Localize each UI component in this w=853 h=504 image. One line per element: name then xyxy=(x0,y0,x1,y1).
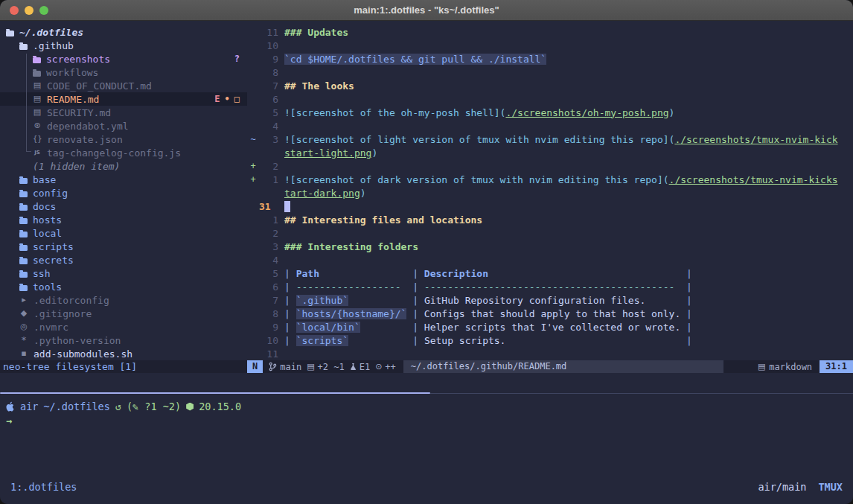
tree-item-screenshots[interactable]: screenshots? xyxy=(0,52,247,66)
tmux-status-bar: 1:.dotfiles air/main TMUX xyxy=(0,476,853,504)
tree-item-add-submodules-sh[interactable]: ▪add-submodules.sh xyxy=(0,347,247,360)
tree-item-tools[interactable]: tools xyxy=(0,280,247,293)
editor-line[interactable]: 6 xyxy=(247,92,853,106)
markdown-link[interactable]: start-light.png xyxy=(284,147,371,159)
tree-item-nvmrc[interactable]: ◎.nvmrc xyxy=(0,320,247,334)
editor-line[interactable]: 10| `scripts` | Setup scripts. | xyxy=(247,334,853,347)
tmux-window-name[interactable]: 1:.dotfiles xyxy=(10,481,77,493)
tree-item-dotfiles[interactable]: ~/.dotfiles xyxy=(0,25,247,39)
tree-item-workflows[interactable]: workflows xyxy=(0,66,247,79)
ring-icon: ◎ xyxy=(19,320,28,334)
editor-line[interactable]: 10 xyxy=(247,39,853,52)
line-text: ![screenshot of light version of tmux wi… xyxy=(278,134,838,145)
tree-item-config[interactable]: config xyxy=(0,186,247,200)
editor-line[interactable]: 4 xyxy=(247,119,853,133)
editor-line[interactable]: 4 xyxy=(247,253,853,267)
editor-line[interactable]: 2 xyxy=(247,226,853,240)
editor-line[interactable]: 7## The looks xyxy=(247,79,853,92)
tree-item-label: ssh xyxy=(33,268,50,279)
status-badge: • xyxy=(225,94,230,104)
line-number: 2 xyxy=(259,161,278,172)
text-segment: | xyxy=(284,268,296,279)
editor-line[interactable]: 31 xyxy=(247,200,853,213)
tree-item-renovate-json[interactable]: {}renovate.json xyxy=(0,133,247,146)
tree-item-docs[interactable]: docs xyxy=(0,200,247,213)
tree-item-hosts[interactable]: hosts xyxy=(0,213,247,226)
tree-item-github[interactable]: .github xyxy=(0,39,247,52)
editor-line[interactable]: 8 xyxy=(247,66,853,79)
editor-line[interactable]: 5| Path | Description | xyxy=(247,267,853,280)
tree-item-label: .nvmrc xyxy=(33,322,68,333)
tree-item-label: scripts xyxy=(33,241,74,252)
editor-line[interactable]: start-light.png) xyxy=(247,146,853,159)
markdown-link[interactable]: ./screenshots/tmux-nvim-kick xyxy=(674,134,837,145)
line-number: 6 xyxy=(259,281,278,293)
tree-item-python-version[interactable]: *.python-version xyxy=(0,334,247,347)
node-icon xyxy=(186,403,194,411)
tree-item-label: (1 hidden item) xyxy=(33,161,120,172)
titlebar: main:1:.dotfiles - "ks~/.dotfiles" xyxy=(0,0,853,21)
gutter-sign: + xyxy=(247,161,259,171)
tree-item-ssh[interactable]: ssh xyxy=(0,267,247,280)
tree-item-security-md[interactable]: ▤SECURITY.md xyxy=(0,106,247,119)
git-segment: (✎ ?1 ~2) xyxy=(127,401,181,412)
text-segment: | xyxy=(680,268,692,279)
text-segment: Setup scripts. xyxy=(424,335,680,346)
line-text: | `local/bin` | Helper scripts that I've… xyxy=(278,322,692,333)
line-number: 8 xyxy=(259,67,278,78)
tree-item-code-of-conduct-md[interactable]: ▤CODE_OF_CONDUCT.md xyxy=(0,79,247,92)
text-segment: ### Interesting folders xyxy=(284,241,418,252)
line-text: ### Interesting folders xyxy=(278,241,418,252)
text-segment: | xyxy=(406,281,424,293)
markdown-link[interactable]: ./screenshots/oh-my-posh.png xyxy=(505,107,668,118)
editor-line[interactable]: 7| `.github` | GitHub Repository configu… xyxy=(247,293,853,307)
text-segment: `.github` xyxy=(296,295,348,306)
tree-item-label: tag-changelog-config.js xyxy=(47,147,181,159)
text-segment: ## The looks xyxy=(284,80,354,92)
flask-icon xyxy=(350,363,357,371)
tree-item-label: README.md xyxy=(47,94,99,105)
editor-line[interactable]: 1## Interesting files and locations xyxy=(247,213,853,226)
text-segment: ) xyxy=(669,107,675,118)
editor-line[interactable]: 5![screenshot of the oh-my-posh shell](.… xyxy=(247,106,853,119)
tree-item-editorconfig[interactable]: ▸.editorconfig xyxy=(0,293,247,307)
tree-item-base[interactable]: base xyxy=(0,173,247,186)
editor-line[interactable]: 8| `hosts/{hostname}/` | Configs that sh… xyxy=(247,307,853,320)
tree-item-label: .github xyxy=(33,40,74,51)
editor-line[interactable]: ~3![screenshot of light version of tmux … xyxy=(247,133,853,146)
editor-pane[interactable]: 11### Updates109`cd $HOME/.dotfiles && g… xyxy=(247,21,853,360)
editor-line[interactable]: 9`cd $HOME/.dotfiles && git pull && ./in… xyxy=(247,52,853,66)
js-icon: JS xyxy=(33,146,42,159)
editor-line[interactable]: 6| ------------------ | ----------------… xyxy=(247,280,853,293)
markdown-link[interactable]: ./screenshots/tmux-nvim-kicks xyxy=(669,174,838,185)
editor-line[interactable]: +1![screenshot of dark version of tmux w… xyxy=(247,173,853,186)
editor-line[interactable]: tart-dark.png) xyxy=(247,186,853,200)
tree-item-gitignore[interactable]: ◆.gitignore xyxy=(0,307,247,320)
line-text: ### Updates xyxy=(278,27,348,38)
tree-item-label: base xyxy=(33,174,56,185)
editor-line[interactable]: 3### Interesting folders xyxy=(247,240,853,253)
line-number: 31 xyxy=(259,201,278,212)
text-segment: | xyxy=(284,322,296,333)
folder-icon xyxy=(19,285,28,291)
tree-item-dependabot-yml[interactable]: ⊛dependabot.yml xyxy=(0,119,247,133)
tree-item-tag-changelog-config-js[interactable]: JStag-changelog-config.js xyxy=(0,146,247,159)
prompt-host: air xyxy=(20,401,38,412)
text-segment xyxy=(360,322,407,333)
editor-line[interactable]: 11 xyxy=(247,347,853,360)
editor-line[interactable]: +2 xyxy=(247,159,853,173)
markdown-link[interactable]: tart-dark.png xyxy=(284,188,360,199)
square-icon: ▪ xyxy=(19,347,28,360)
tree-item-secrets[interactable]: secrets xyxy=(0,253,247,267)
shell-pane[interactable]: air ~/.dotfiles ↺ (✎ ?1 ~2) 20.15.0 → xyxy=(0,394,853,476)
line-number: 10 xyxy=(259,40,278,51)
record-icon: ⊙ xyxy=(375,362,382,371)
tree-item-readme-md[interactable]: ▤README.mdE•□ xyxy=(0,92,247,106)
editor-line[interactable]: 11### Updates xyxy=(247,25,853,39)
tree-item-scripts[interactable]: scripts xyxy=(0,240,247,253)
editor-line[interactable]: 9| `local/bin` | Helper scripts that I'v… xyxy=(247,320,853,334)
tree-item-1-hidden-item[interactable]: (1 hidden item) xyxy=(0,159,247,173)
text-segment: | xyxy=(406,308,424,319)
tree-item-local[interactable]: local xyxy=(0,226,247,240)
line-text: | `hosts/{hostname}/` | Configs that sho… xyxy=(278,308,692,319)
